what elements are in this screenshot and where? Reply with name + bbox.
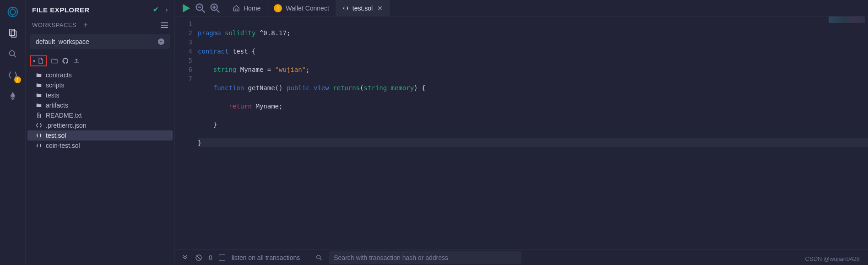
explorer-header: FILE EXPLORER ✔ › xyxy=(26,0,174,17)
upload-icon[interactable] xyxy=(73,57,80,65)
left-rail: 1 xyxy=(0,0,26,265)
svg-point-4 xyxy=(9,51,14,56)
tree-label: README.txt xyxy=(46,112,82,119)
tok: view xyxy=(314,84,329,92)
tok: public xyxy=(287,84,310,92)
watermark: CSDN @wujian0428 xyxy=(805,255,860,262)
tree-label: test.sol xyxy=(46,132,66,139)
new-file-icon[interactable] xyxy=(37,57,44,65)
double-chevron-icon[interactable] xyxy=(181,254,189,261)
listen-checkbox[interactable] xyxy=(219,254,225,261)
tok: function xyxy=(213,84,244,92)
tab-label: Wallet Connect xyxy=(286,5,329,12)
tok: string xyxy=(364,84,387,92)
line-gutter: 1 2 3 4 5 6 7 xyxy=(175,19,198,265)
zoom-in-icon[interactable] xyxy=(209,2,222,15)
explorer-toolbar: ▾ xyxy=(26,54,174,70)
code-content[interactable]: pragma solidity ^0.8.17; contract test {… xyxy=(198,19,868,265)
tree-label: coin-test.sol xyxy=(46,142,80,149)
tok: ( xyxy=(360,84,363,92)
line-number: 6 xyxy=(175,65,192,74)
new-file-highlight: ▾ xyxy=(30,55,47,66)
line-number: 1 xyxy=(175,19,192,28)
file-tree: contracts scripts tests artifacts README… xyxy=(26,70,174,151)
tok: memory xyxy=(391,84,414,92)
tok: "wujian" xyxy=(275,66,306,73)
file-explorer-icon[interactable] xyxy=(6,27,19,39)
workspace-caret-icon xyxy=(158,38,164,45)
line-number: 5 xyxy=(175,56,192,65)
search-icon[interactable] xyxy=(315,254,323,261)
new-folder-icon[interactable] xyxy=(51,57,58,65)
tree-label: contracts xyxy=(46,71,72,79)
home-icon xyxy=(233,5,240,12)
run-button[interactable] xyxy=(179,2,192,15)
svg-rect-3 xyxy=(11,31,16,37)
tree-file-readme[interactable]: README.txt xyxy=(27,110,173,120)
tree-label: scripts xyxy=(46,81,64,89)
tree-label: artifacts xyxy=(46,102,68,109)
tok: test { xyxy=(233,48,256,55)
workspaces-row: WORKSPACES ＋ xyxy=(26,17,174,33)
tree-file-test-sol[interactable]: test.sol xyxy=(27,130,173,141)
hamburger-icon[interactable] xyxy=(161,22,168,28)
tok: Myname = xyxy=(240,66,275,73)
editor-topbar: Home ⌇ Wallet Connect test.sol ✕ xyxy=(175,0,868,16)
add-workspace-icon[interactable]: ＋ xyxy=(82,20,90,30)
tok: pragma xyxy=(198,29,221,37)
file-explorer-panel: FILE EXPLORER ✔ › WORKSPACES ＋ default_w… xyxy=(26,0,175,265)
tree-folder-artifacts[interactable]: artifacts xyxy=(27,100,173,110)
compiler-icon[interactable]: 1 xyxy=(6,69,19,81)
workspace-select[interactable]: default_workspace xyxy=(30,34,170,49)
tok: solidity xyxy=(225,29,255,37)
line-number: 7 xyxy=(175,74,192,83)
tree-label: .prettierrc.json xyxy=(46,122,87,129)
tab-wallet-connect[interactable]: ⌇ Wallet Connect xyxy=(267,0,336,16)
tx-search-input[interactable] xyxy=(329,251,521,264)
tab-label: Home xyxy=(244,5,260,12)
tree-file-prettierrc[interactable]: .prettierrc.json xyxy=(27,120,173,130)
tok: getName() xyxy=(248,84,283,92)
tok: ^0.8.17; xyxy=(260,29,290,37)
chevron-right-icon[interactable]: › xyxy=(166,5,168,14)
explorer-title: FILE EXPLORER xyxy=(32,6,90,14)
search-icon[interactable] xyxy=(6,48,19,60)
workspace-name: default_workspace xyxy=(36,38,89,45)
github-icon[interactable] xyxy=(62,57,69,65)
deploy-icon[interactable] xyxy=(6,90,19,103)
tree-folder-tests[interactable]: tests xyxy=(27,90,173,100)
tok: string xyxy=(213,66,237,73)
tree-folder-scripts[interactable]: scripts xyxy=(27,80,173,90)
tok: Myname; xyxy=(255,103,282,110)
close-icon[interactable]: ✕ xyxy=(377,5,383,12)
editor-tabs: Home ⌇ Wallet Connect test.sol ✕ xyxy=(226,0,390,16)
listen-label: listen on all transactions xyxy=(232,254,300,261)
tok: ) { xyxy=(414,84,425,92)
compiler-badge: 1 xyxy=(14,76,21,83)
svg-rect-2 xyxy=(9,29,14,36)
zoom-out-icon[interactable] xyxy=(194,2,207,15)
ban-icon[interactable] xyxy=(195,254,202,261)
tok: ; xyxy=(306,66,309,73)
tab-test-sol[interactable]: test.sol ✕ xyxy=(336,0,390,16)
sb-zero: 0 xyxy=(209,254,212,261)
svg-point-8 xyxy=(317,255,320,259)
svg-point-1 xyxy=(10,9,16,15)
remix-logo-icon[interactable] xyxy=(6,5,19,18)
tab-home[interactable]: Home xyxy=(226,0,267,16)
tok: contract xyxy=(198,48,228,55)
tok: } xyxy=(213,121,217,128)
editor-body[interactable]: 1 2 3 4 5 6 7 pragma solidity ^0.8.17; c… xyxy=(175,16,868,265)
statusbar: 0 listen on all transactions xyxy=(175,249,868,265)
tree-file-coin-test-sol[interactable]: coin-test.sol xyxy=(27,141,173,151)
minimap[interactable] xyxy=(829,16,865,23)
caret-down-icon[interactable]: ▾ xyxy=(33,59,35,64)
line-number: 2 xyxy=(175,28,192,38)
tree-folder-contracts[interactable]: contracts xyxy=(27,70,173,80)
tree-label: tests xyxy=(46,92,60,99)
tok: } xyxy=(198,139,201,146)
tok: returns xyxy=(333,84,360,92)
tab-label: test.sol xyxy=(353,5,373,12)
line-number: 3 xyxy=(175,38,192,47)
check-icon[interactable]: ✔ xyxy=(153,5,159,14)
